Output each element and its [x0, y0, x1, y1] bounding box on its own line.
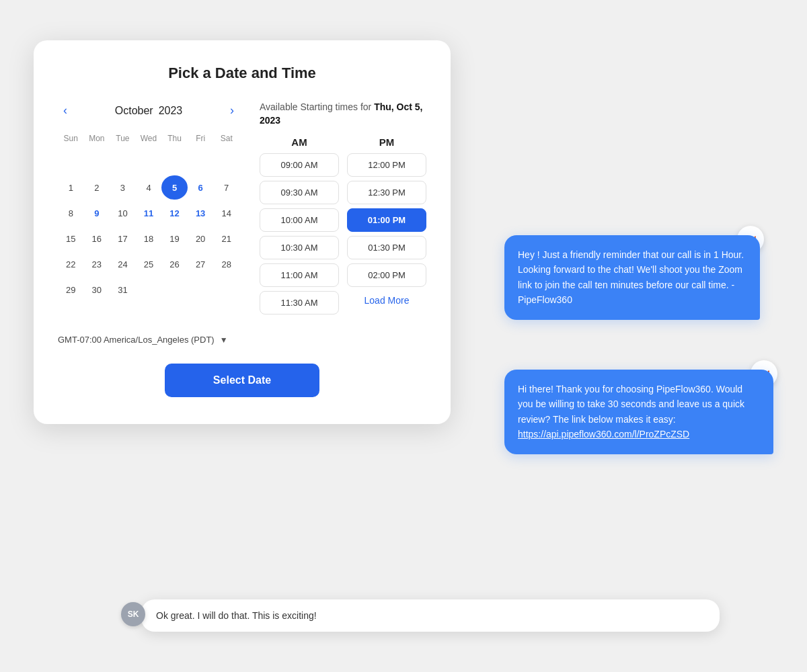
day-cell[interactable]: 16	[84, 226, 110, 251]
month-year: October 2023	[115, 105, 183, 117]
day-cell[interactable]: 4	[136, 175, 162, 200]
year-label: 2023	[159, 105, 183, 117]
chat-bubble-1-text: Hey ! Just a friendly reminder that our …	[518, 249, 744, 305]
month-label: October	[115, 105, 153, 117]
day-cell	[188, 150, 214, 174]
chat-bubble-2-link[interactable]: https://api.pipeflow360.com/l/ProZPcZSD	[518, 429, 689, 439]
day-cell[interactable]: 29	[58, 278, 84, 302]
day-cell[interactable]: 9	[84, 201, 110, 225]
available-prefix: Available Starting times for	[260, 101, 374, 112]
day-cell[interactable]: 2	[84, 175, 110, 200]
chat-bubble-2: Hi there! Thank you for choosing PipeFlo…	[504, 370, 773, 454]
am-slots: 09:00 AM09:30 AM10:00 AM10:30 AM11:00 AM…	[260, 153, 339, 314]
day-header-wed: Wed	[136, 131, 162, 146]
day-cell[interactable]: 3	[110, 175, 136, 200]
am-time-slot[interactable]: 11:30 AM	[260, 291, 339, 314]
pm-time-slot[interactable]: 01:00 PM	[347, 208, 426, 232]
time-columns: AM 09:00 AM09:30 AM10:00 AM10:30 AM11:00…	[260, 136, 426, 319]
day-cell	[84, 150, 110, 174]
day-cell[interactable]: 8	[58, 201, 84, 225]
am-time-slot[interactable]: 09:30 AM	[260, 181, 339, 204]
calendar-section: ‹ October 2023 › Sun Mon Tue Wed Thu Fri	[58, 101, 239, 319]
day-cell	[213, 278, 239, 302]
card-content: ‹ October 2023 › Sun Mon Tue Wed Thu Fri	[58, 101, 426, 319]
day-cell[interactable]: 20	[188, 226, 214, 251]
day-header-fri: Fri	[188, 131, 214, 146]
pm-column: PM 12:00 PM12:30 PM01:00 PM01:30 PM02:00…	[347, 136, 426, 319]
day-header-sun: Sun	[58, 131, 84, 146]
day-cell[interactable]: 27	[188, 252, 214, 276]
day-cell[interactable]: 1	[58, 175, 84, 200]
day-cell[interactable]: 22	[58, 252, 84, 276]
day-cell[interactable]: 5	[161, 175, 188, 200]
day-cell[interactable]: 30	[84, 278, 110, 302]
card-title: Pick a Date and Time	[58, 65, 426, 82]
day-cell[interactable]: 21	[213, 226, 239, 251]
day-cell	[161, 150, 188, 174]
day-cell[interactable]: 13	[188, 201, 214, 225]
calendar-nav: ‹ October 2023 ›	[58, 101, 239, 120]
calendar-days: 1234567891011121314151617181920212223242…	[58, 150, 239, 302]
day-header-sat: Sat	[213, 131, 239, 146]
timezone-label: GMT-07:00 America/Los_Angeles (PDT)	[58, 335, 215, 345]
prev-month-button[interactable]: ‹	[58, 101, 73, 120]
time-section: Available Starting times for Thu, Oct 5,…	[260, 101, 426, 319]
day-cell[interactable]: 6	[188, 175, 214, 200]
pm-slots: 12:00 PM12:30 PM01:00 PM01:30 PM02:00 PM	[347, 153, 426, 287]
load-more-button[interactable]: Load More	[347, 291, 426, 310]
day-cell[interactable]: 28	[213, 252, 239, 276]
day-cell	[58, 150, 84, 174]
day-header-mon: Mon	[84, 131, 110, 146]
timezone-dropdown-icon[interactable]: ▼	[220, 335, 228, 345]
day-header-tue: Tue	[110, 131, 136, 146]
day-cell[interactable]: 25	[136, 252, 162, 276]
day-cell[interactable]: 12	[161, 201, 188, 225]
day-cell[interactable]: 26	[161, 252, 188, 276]
day-cell[interactable]: 19	[161, 226, 188, 251]
am-header: AM	[260, 136, 339, 148]
day-headers: Sun Mon Tue Wed Thu Fri Sat	[58, 131, 239, 146]
day-cell	[136, 150, 162, 174]
day-cell[interactable]: 23	[84, 252, 110, 276]
pm-time-slot[interactable]: 12:00 PM	[347, 153, 426, 177]
am-time-slot[interactable]: 10:30 AM	[260, 236, 339, 259]
main-container: Pick a Date and Time ‹ October 2023 › Su…	[34, 27, 773, 645]
available-title: Available Starting times for Thu, Oct 5,…	[260, 101, 426, 127]
day-cell[interactable]: 7	[213, 175, 239, 200]
day-cell	[161, 278, 188, 302]
chat-bubble-3: Ok great. I will do that. This is exciti…	[141, 599, 720, 632]
calendar-card: Pick a Date and Time ‹ October 2023 › Su…	[34, 40, 451, 424]
am-time-slot[interactable]: 11:00 AM	[260, 263, 339, 287]
day-cell[interactable]: 31	[110, 278, 136, 302]
day-cell[interactable]: 11	[136, 201, 162, 225]
pm-time-slot[interactable]: 02:00 PM	[347, 263, 426, 287]
chat-bubble-2-text: Hi there! Thank you for choosing PipeFlo…	[518, 384, 744, 425]
day-cell	[136, 278, 162, 302]
day-cell[interactable]: 10	[110, 201, 136, 225]
pm-time-slot[interactable]: 12:30 PM	[347, 181, 426, 204]
am-column: AM 09:00 AM09:30 AM10:00 AM10:30 AM11:00…	[260, 136, 339, 319]
day-cell[interactable]: 18	[136, 226, 162, 251]
pm-time-slot[interactable]: 01:30 PM	[347, 236, 426, 259]
day-cell	[110, 150, 136, 174]
select-date-button[interactable]: Select Date	[165, 364, 319, 397]
timezone-section[interactable]: GMT-07:00 America/Los_Angeles (PDT) ▼	[58, 335, 426, 345]
day-cell[interactable]: 24	[110, 252, 136, 276]
day-header-thu: Thu	[161, 131, 188, 146]
next-month-button[interactable]: ›	[225, 101, 239, 120]
day-cell[interactable]: 15	[58, 226, 84, 251]
day-cell[interactable]: 14	[213, 201, 239, 225]
day-cell	[213, 150, 239, 174]
chat-bubble-1: Hey ! Just a friendly reminder that our …	[504, 235, 760, 320]
day-cell	[188, 278, 214, 302]
pm-header: PM	[347, 136, 426, 148]
user-avatar: SK	[121, 602, 145, 626]
calendar-grid: Sun Mon Tue Wed Thu Fri Sat 123456789101…	[58, 131, 239, 302]
am-time-slot[interactable]: 09:00 AM	[260, 153, 339, 177]
chat-bubble-3-text: Ok great. I will do that. This is exciti…	[156, 610, 317, 621]
am-time-slot[interactable]: 10:00 AM	[260, 208, 339, 232]
day-cell[interactable]: 17	[110, 226, 136, 251]
user-initials: SK	[128, 610, 139, 619]
